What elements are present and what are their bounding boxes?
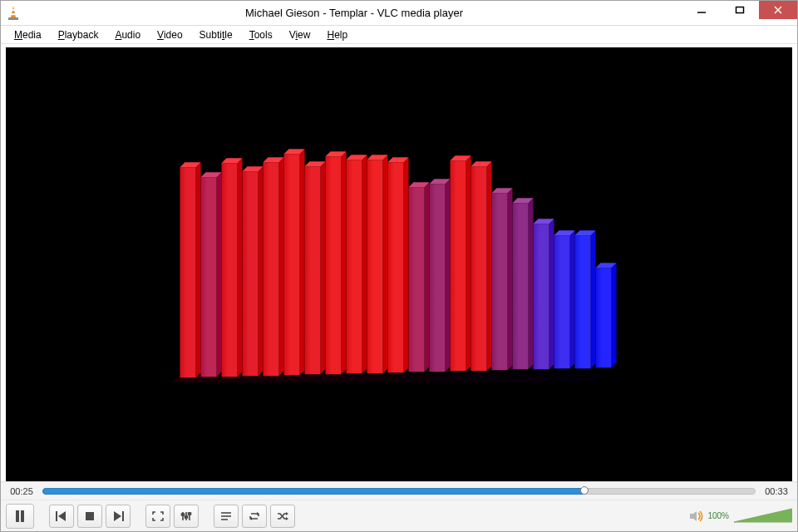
visualizer-bar (284, 154, 300, 375)
visualizer-bar (388, 162, 404, 372)
svg-rect-10 (56, 511, 57, 521)
stop-icon (85, 511, 95, 521)
playlist-icon (220, 511, 232, 521)
mute-button[interactable] (689, 510, 704, 523)
pause-icon (15, 510, 25, 522)
svg-rect-3 (8, 17, 18, 20)
menu-playback[interactable]: Playback (50, 27, 107, 42)
window-title: Michael Gieson - Templar - VLC media pla… (26, 7, 682, 19)
menu-tools[interactable]: Tools (241, 27, 281, 42)
pause-button[interactable] (6, 504, 34, 529)
visualizer (180, 136, 618, 377)
visualizer-bar (367, 160, 383, 373)
app-window: Michael Gieson - Templar - VLC media pla… (0, 0, 798, 532)
shuffle-icon (277, 511, 288, 521)
menu-view[interactable]: View (281, 27, 319, 42)
visualizer-bar (222, 163, 238, 377)
visualizer-bar (492, 193, 508, 370)
visualizer-bar (471, 166, 487, 371)
volume-slider[interactable] (734, 507, 792, 525)
titlebar[interactable]: Michael Gieson - Templar - VLC media pla… (1, 1, 797, 26)
svg-rect-5 (736, 7, 744, 13)
visualizer-bar (575, 235, 591, 368)
loop-icon (249, 511, 260, 521)
visualizer-bar (513, 204, 529, 370)
playlist-button[interactable] (214, 505, 239, 528)
volume-label: 100% (707, 511, 729, 520)
svg-rect-1 (11, 9, 16, 11)
svg-rect-12 (86, 512, 94, 520)
visualizer-bar (554, 236, 570, 369)
svg-rect-2 (10, 13, 17, 15)
extended-settings-button[interactable] (174, 505, 199, 528)
visualizer-bar (534, 224, 549, 369)
svg-marker-11 (58, 511, 66, 521)
volume-control: 100% (689, 507, 792, 525)
stop-button[interactable] (77, 505, 102, 528)
speaker-icon (689, 510, 704, 523)
visualizer-bar (264, 162, 279, 376)
visualizer-bar (409, 188, 425, 372)
fullscreen-button[interactable] (145, 505, 170, 528)
svg-rect-20 (189, 513, 191, 515)
seek-slider[interactable] (42, 487, 756, 495)
window-buttons (682, 1, 797, 25)
visualizer-bar (201, 178, 217, 377)
svg-rect-8 (16, 510, 19, 522)
visualizer-bar (451, 161, 466, 372)
shuffle-button[interactable] (270, 505, 295, 528)
maximize-button[interactable] (721, 1, 759, 19)
svg-rect-19 (185, 516, 188, 518)
skip-previous-icon (56, 511, 67, 521)
seek-row: 00:25 00:33 (1, 481, 797, 500)
minimize-button[interactable] (682, 1, 721, 19)
svg-marker-13 (114, 511, 121, 521)
menu-subtitle[interactable]: Subtitle (191, 27, 241, 42)
visualizer-bar (305, 167, 321, 375)
controls-row: 100% (1, 500, 797, 531)
skip-next-icon (112, 511, 124, 521)
visualizer-bar (180, 167, 196, 377)
loop-button[interactable] (242, 505, 267, 528)
menu-video[interactable]: Video (149, 27, 190, 42)
previous-button[interactable] (49, 505, 74, 528)
video-area[interactable] (6, 47, 792, 481)
svg-rect-14 (122, 511, 124, 521)
svg-marker-0 (11, 6, 16, 17)
close-button[interactable] (759, 1, 797, 19)
equalizer-icon (180, 511, 192, 521)
visualizer-bar (243, 172, 259, 377)
visualizer-bar (347, 160, 362, 374)
visualizer-bar (596, 268, 612, 367)
menubar: Media Playback Audio Video Subtitle Tool… (1, 26, 797, 44)
time-elapsed[interactable]: 00:25 (7, 486, 36, 496)
time-total[interactable]: 00:33 (762, 486, 791, 496)
menu-help[interactable]: Help (318, 27, 356, 42)
next-button[interactable] (106, 505, 131, 528)
menu-media[interactable]: Media (6, 27, 50, 42)
visualizer-bar (326, 156, 342, 374)
svg-marker-24 (690, 511, 697, 521)
fullscreen-icon (152, 511, 164, 521)
svg-rect-18 (182, 514, 185, 515)
app-icon (1, 1, 26, 26)
svg-rect-9 (21, 510, 24, 522)
menu-audio[interactable]: Audio (106, 27, 149, 42)
visualizer-bar (430, 184, 446, 372)
